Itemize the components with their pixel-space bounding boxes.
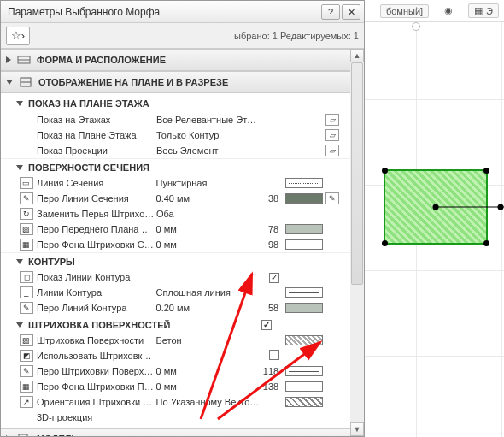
section-display[interactable]: ОТОБРАЖЕНИЕ НА ПЛАНЕ И В РАЗРЕЗЕ: [1, 71, 350, 93]
fill-icon: ▦: [20, 381, 33, 393]
settings-dialog: Параметры Выбранного Морфа ? ✕ ☆› ыбрано…: [0, 0, 365, 437]
grid-marker[interactable]: [412, 22, 420, 31]
chevron-down-icon: [16, 165, 23, 170]
section-display-body: ПОКАЗ НА ПЛАНЕ ЭТАЖА Показ на Этажах Все…: [1, 93, 350, 428]
fill-swatch[interactable]: [285, 335, 323, 345]
section-label: ФОРМА И РАСПОЛОЖЕНИЕ: [37, 55, 166, 65]
group-label: ПОВЕРХНОСТИ СЕЧЕНИЯ: [28, 162, 149, 173]
orientation-swatch[interactable]: [285, 397, 323, 407]
section-form[interactable]: ФОРМА И РАСПОЛОЖЕНИЕ: [1, 49, 350, 71]
row-fill-orientation[interactable]: ↗ Ориентация Штриховки … По Указанному В…: [1, 394, 350, 410]
group-floor-plan[interactable]: ПОКАЗ НА ПЛАНЕ ЭТАЖА: [1, 95, 350, 112]
svg-rect-4: [19, 434, 27, 436]
favorite-toggle[interactable]: ☆›: [6, 27, 30, 45]
pen-swatch[interactable]: [285, 303, 323, 313]
pen-icon: ✎: [20, 302, 33, 314]
selection-count: ыбрано: 1 Редактируемых: 1: [30, 31, 359, 41]
row-use-surface-fill[interactable]: ◩ Использовать Штриховку …: [1, 348, 350, 363]
eye-icon[interactable]: ◉: [444, 5, 453, 16]
checkbox-cover-fill[interactable]: ✓: [261, 320, 272, 330]
shape-handle[interactable]: [382, 240, 388, 246]
row-fg-pen[interactable]: ▨ Перо Переднего Плана Ш… 0 мм 78: [1, 221, 350, 237]
pen-swatch[interactable]: [285, 381, 323, 392]
row-cut-line[interactable]: ▭ Линия Сечения Пунктирная: [1, 175, 350, 191]
chevron-right-icon: [6, 56, 11, 63]
row-outline-line[interactable]: ⎯ Линии Контура Сплошная линия: [1, 285, 350, 300]
chevron-right-icon: [6, 435, 11, 436]
titlebar: Параметры Выбранного Морфа ? ✕: [1, 1, 364, 23]
tab-frag-2[interactable]: ▦ Э: [468, 3, 499, 18]
section-model[interactable]: МОДЕЛЬ: [1, 428, 350, 436]
group-label: КОНТУРЫ: [28, 257, 75, 267]
cube-icon: ▱: [325, 114, 339, 126]
row-projection[interactable]: Показ Проекции Весь Элемент ▱: [1, 143, 350, 158]
shape-axis: [436, 207, 504, 208]
row-3d-projection[interactable]: 3D-проекция: [1, 410, 350, 425]
form-icon: [16, 53, 32, 67]
surface-icon: ◩: [20, 350, 33, 362]
scroll-track[interactable]: [350, 62, 364, 422]
group-outlines[interactable]: КОНТУРЫ: [1, 252, 350, 269]
pen-swatch[interactable]: [285, 224, 323, 234]
material-icon: ▨: [20, 334, 33, 346]
morph-shape[interactable]: [384, 169, 488, 245]
chevron-down-icon: [16, 101, 23, 106]
shape-handle[interactable]: [483, 240, 489, 246]
checkbox[interactable]: ✓: [269, 273, 279, 283]
model-icon: [16, 432, 32, 436]
pen-override-icon[interactable]: ✎: [325, 192, 339, 204]
row-cover-bg-pen[interactable]: ▦ Перо Фона Штриховки По… 0 мм 138: [1, 379, 350, 394]
cube-icon: ▱: [325, 129, 339, 141]
scroll-thumb[interactable]: [351, 62, 363, 285]
override-icon: ↻: [20, 208, 33, 220]
tab-frag-1[interactable]: бомный]: [380, 4, 429, 18]
scroll-up-button[interactable]: ▲: [350, 49, 364, 62]
row-show-outline[interactable]: ◻ Показ Линии Контура ✓: [1, 269, 350, 285]
checkbox[interactable]: [269, 350, 279, 360]
pen-swatch[interactable]: [285, 193, 323, 204]
group-label: ПОКАЗ НА ПЛАНЕ ЭТАЖА: [28, 98, 149, 109]
sections-panel: ФОРМА И РАСПОЛОЖЕНИЕ ОТОБРАЖЕНИЕ НА ПЛАН…: [1, 49, 364, 436]
scroll-down-button[interactable]: ▼: [350, 422, 364, 436]
group-cover-fill[interactable]: ШТРИХОВКА ПОВЕРХНОСТЕЙ ✓: [1, 316, 350, 333]
chevron-down-icon: [16, 259, 23, 264]
display-icon: [18, 75, 33, 89]
collapsed-sections: МОДЕЛЬ КЛАССИФИКАЦИЯ И СВОЙСТВА: [1, 428, 350, 436]
row-cover-fill-type[interactable]: ▨ Штриховка Поверхности Бетон: [1, 333, 350, 348]
fill-icon: ▦: [20, 239, 33, 251]
favorites-row: ☆› ыбрано: 1 Редактируемых: 1: [1, 23, 364, 49]
cube-icon: ▱: [325, 145, 339, 156]
row-override-pens[interactable]: ↻ Заменить Перья Штрихов… Оба: [1, 206, 350, 221]
row-outline-pen[interactable]: ✎ Перо Линий Контура 0.20 мм 58: [1, 300, 350, 316]
chevron-down-icon: [6, 80, 13, 85]
section-label: МОДЕЛЬ: [37, 434, 78, 436]
pen-icon: ✎: [20, 365, 33, 377]
row-show-stories[interactable]: Показ на Этажах Все Релевантные Эта… ▱: [1, 112, 350, 127]
shape-center-handle[interactable]: [433, 204, 439, 210]
row-bg-pen[interactable]: ▦ Перо Фона Штриховки Се… 0 мм 98: [1, 237, 350, 252]
shape-handle[interactable]: [483, 168, 489, 174]
pen-swatch[interactable]: [285, 366, 323, 376]
line-icon: ⎯: [20, 286, 33, 298]
shape-axis-end-handle[interactable]: [498, 204, 504, 210]
vector-icon: ↗: [20, 396, 33, 408]
drawing-canvas[interactable]: бомный] ◉ ▦ Э: [365, 0, 504, 437]
scrollbar[interactable]: ▲ ▼: [350, 49, 364, 436]
help-button[interactable]: ?: [321, 4, 340, 20]
row-cover-fill-pen[interactable]: ✎ Перо Штриховки Поверхн… 0 мм 118: [1, 363, 350, 379]
row-floor-plan-display[interactable]: Показ на Плане Этажа Только Контур ▱: [1, 127, 350, 143]
section-label: ОТОБРАЖЕНИЕ НА ПЛАНЕ И В РАЗРЕЗЕ: [38, 77, 228, 87]
shape-handle[interactable]: [382, 168, 388, 174]
line-icon: ▭: [20, 177, 33, 189]
row-cut-line-pen[interactable]: ✎ Перо Линии Сечения 0.40 мм 38 ✎: [1, 191, 350, 206]
chevron-down-icon: [16, 322, 23, 328]
style-swatch[interactable]: [285, 287, 323, 298]
style-swatch[interactable]: [285, 178, 323, 188]
close-button[interactable]: ✕: [342, 4, 360, 20]
hatch-icon: ▨: [20, 223, 33, 235]
outline-icon: ◻: [20, 271, 33, 283]
pen-icon: ✎: [20, 192, 33, 204]
group-label: ШТРИХОВКА ПОВЕРХНОСТЕЙ: [28, 320, 170, 330]
pen-swatch[interactable]: [285, 239, 323, 250]
group-cut-surfaces[interactable]: ПОВЕРХНОСТИ СЕЧЕНИЯ: [1, 158, 350, 175]
